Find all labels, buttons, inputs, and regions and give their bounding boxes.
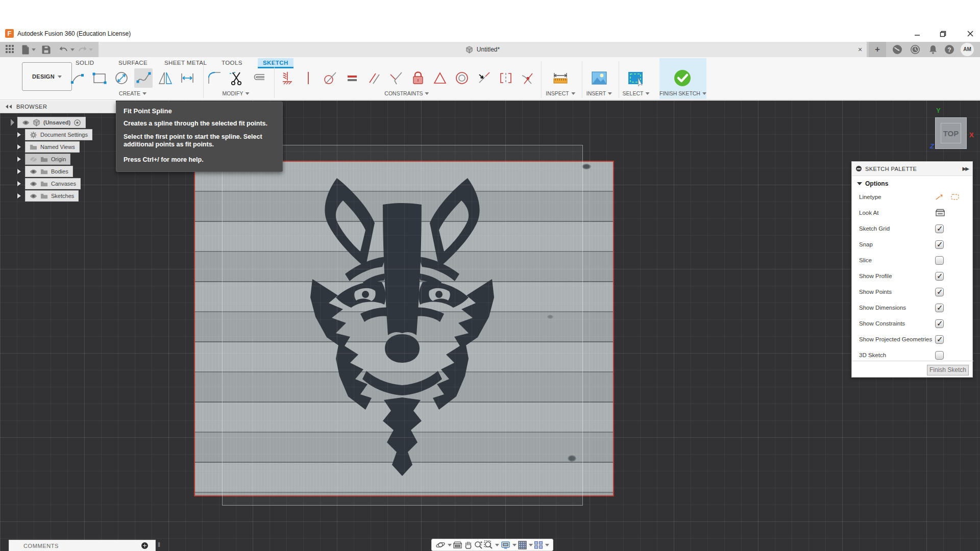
trim-scissors-icon[interactable] (227, 68, 246, 88)
group-label-insert[interactable]: INSERT (586, 90, 612, 97)
tangent-icon[interactable] (321, 68, 339, 88)
zoom-icon[interactable] (474, 540, 483, 549)
grid-layout-icon[interactable] (518, 541, 533, 549)
app-launcher-icon[interactable] (5, 44, 15, 55)
look-at-icon[interactable] (453, 541, 462, 549)
line-icon[interactable] (68, 68, 87, 88)
undo-button[interactable] (59, 44, 75, 55)
insert-image-icon[interactable] (590, 68, 608, 88)
browser-item-named-views[interactable]: Named Views (17, 141, 80, 153)
sketch-grid-checkbox[interactable] (935, 224, 944, 233)
job-status-icon[interactable] (892, 44, 902, 55)
tab-sheet-metal[interactable]: SHEET METAL (159, 58, 212, 68)
circle-icon[interactable] (112, 68, 131, 88)
group-label-select[interactable]: SELECT (623, 90, 650, 97)
browser-item-bodies[interactable]: Bodies (17, 166, 73, 177)
visibility-eye-icon[interactable] (22, 119, 30, 127)
spline-icon[interactable] (134, 68, 153, 88)
activate-radio-icon[interactable] (74, 119, 81, 127)
expander-icon[interactable] (17, 144, 21, 149)
palette-menu-icon[interactable] (856, 166, 862, 171)
group-label-create[interactable]: CREATE (119, 90, 146, 97)
close-tab-icon[interactable]: × (855, 45, 865, 54)
orbit-icon[interactable] (435, 540, 452, 549)
measure-icon[interactable] (551, 68, 570, 88)
show-projected-geometries-checkbox[interactable] (935, 335, 944, 344)
comments-grip[interactable]: ‖ (158, 541, 160, 548)
vertical-horizontal-icon[interactable] (299, 68, 317, 88)
display-settings-icon[interactable] (501, 541, 517, 549)
expander-icon[interactable] (17, 181, 21, 186)
show-profile-checkbox[interactable] (935, 272, 944, 281)
pan-hand-icon[interactable] (464, 541, 472, 549)
comments-bar[interactable]: COMMENTS (9, 540, 156, 551)
file-menu-button[interactable] (21, 44, 36, 55)
expander-icon[interactable] (17, 157, 21, 162)
expander-icon[interactable] (17, 132, 21, 137)
finish-sketch-button[interactable]: Finish Sketch (927, 365, 969, 375)
new-tab-button[interactable]: + (869, 42, 886, 57)
palette-section-options[interactable]: Options (857, 180, 888, 187)
document-tab[interactable]: Untitled* (99, 42, 867, 57)
minimize-button[interactable] (910, 29, 925, 39)
3d-sketch-checkbox[interactable] (935, 351, 944, 360)
equal-icon[interactable] (343, 68, 361, 88)
group-label-inspect[interactable]: INSPECT (546, 90, 575, 97)
browser-item-canvases[interactable]: Canvases (17, 178, 81, 189)
concentric-icon[interactable] (453, 68, 471, 88)
collapse-panel-icon[interactable] (5, 104, 12, 109)
midpoint-icon[interactable] (475, 68, 493, 88)
browser-item-document-settings[interactable]: Document Settings (17, 129, 92, 140)
visibility-off-eye-icon[interactable] (30, 156, 37, 163)
account-avatar[interactable]: AM (961, 43, 974, 56)
rectangle-icon[interactable] (90, 68, 109, 88)
browser-item-sketches[interactable]: Sketches (17, 190, 79, 202)
show-constraints-checkbox[interactable] (935, 319, 944, 328)
sketch-dimension-icon[interactable] (178, 68, 197, 88)
projected-linetype-icon[interactable] (950, 193, 960, 201)
select-icon[interactable] (626, 68, 645, 88)
browser-panel-header[interactable]: BROWSER (0, 101, 116, 113)
collinear-icon[interactable] (431, 68, 449, 88)
section-collapse-icon[interactable] (857, 182, 862, 185)
restore-button[interactable] (935, 29, 950, 39)
slice-checkbox[interactable] (935, 256, 944, 265)
expander-icon[interactable] (7, 119, 14, 126)
add-comment-icon[interactable] (141, 542, 148, 549)
mirror-icon[interactable] (156, 68, 175, 88)
browser-item-unsaved[interactable]: (Unsaved) (8, 117, 86, 128)
look-at-icon[interactable] (935, 209, 945, 217)
finish-sketch-check-icon[interactable] (673, 68, 692, 88)
perpendicular-icon[interactable] (387, 68, 405, 88)
visibility-eye-icon[interactable] (30, 180, 37, 188)
parallel-icon[interactable] (365, 68, 383, 88)
expander-icon[interactable] (17, 169, 21, 174)
group-label-finish-sketch[interactable]: FINISH SKETCH (659, 90, 706, 97)
construction-linetype-icon[interactable] (935, 193, 945, 201)
recent-clock-icon[interactable] (910, 44, 920, 55)
collapse-right-icon[interactable]: ▶▶ (963, 166, 968, 171)
viewports-icon[interactable] (534, 541, 549, 549)
tab-surface[interactable]: SURFACE (113, 58, 153, 68)
tab-solid[interactable]: SOLID (70, 58, 100, 68)
snap-checkbox[interactable] (935, 240, 944, 249)
view-cube[interactable]: TOP (935, 117, 967, 149)
browser-item-origin[interactable]: Origin (17, 154, 70, 165)
expander-icon[interactable] (17, 193, 21, 198)
tab-sketch[interactable]: SKETCH (258, 58, 293, 68)
symmetry-icon[interactable] (497, 68, 515, 88)
fix-lock-icon[interactable] (409, 68, 427, 88)
redo-button[interactable] (78, 44, 93, 55)
visibility-eye-icon[interactable] (30, 192, 37, 200)
curvature-icon[interactable] (519, 68, 537, 88)
close-button[interactable] (963, 29, 978, 39)
coincident-icon[interactable] (277, 68, 296, 88)
tab-tools[interactable]: TOOLS (216, 58, 248, 68)
zoom-window-icon[interactable] (484, 540, 499, 549)
show-dimensions-checkbox[interactable] (935, 304, 944, 312)
help-icon[interactable]: ? (944, 44, 954, 55)
group-label-modify[interactable]: MODIFY (223, 90, 250, 97)
fillet-icon[interactable] (205, 68, 224, 88)
save-button[interactable] (42, 44, 51, 55)
visibility-eye-icon[interactable] (30, 168, 37, 176)
